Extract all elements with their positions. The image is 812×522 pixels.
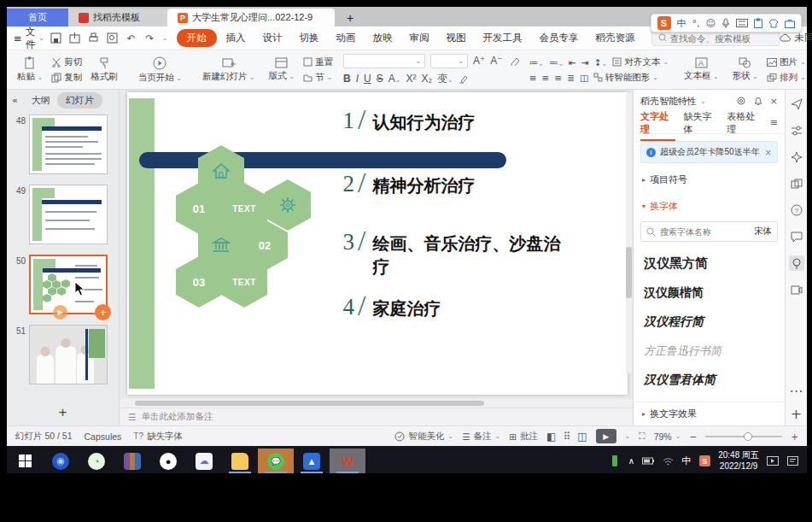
vertical-scrollbar[interactable]: [626, 93, 632, 373]
cut-button[interactable]: 剪切: [51, 56, 82, 68]
strikethrough-button[interactable]: S: [377, 73, 383, 85]
font-option[interactable]: 汉仪黑方简: [644, 249, 774, 279]
notes-bar[interactable]: ☰ 单击此处添加备注: [120, 408, 633, 425]
number-list-button[interactable]: ≕⌄: [549, 57, 564, 67]
slide-thumbnail-49[interactable]: 49: [7, 185, 119, 244]
list-item-3[interactable]: 3 / 绘画、音乐治疗、沙盘治疗: [330, 229, 567, 279]
promo-banner[interactable]: i 超级会员2年卡降50送半年 ×: [640, 141, 778, 163]
tab-template[interactable]: 找稻壳模板: [68, 9, 167, 26]
notification-center-icon[interactable]: [786, 455, 798, 467]
textbox-button[interactable]: A 文本框 ⌄: [679, 52, 724, 87]
ribbon-tab-insert[interactable]: 插入: [219, 29, 254, 47]
sorter-view-icon[interactable]: ⠿: [563, 431, 570, 443]
taskbar-app-cloud[interactable]: ☁: [186, 449, 222, 473]
thumbnail-add-button[interactable]: +: [95, 304, 111, 320]
section-button[interactable]: 节⌄: [303, 72, 333, 84]
list-item-1[interactable]: 1 / 认知行为治疗: [330, 108, 567, 137]
preview-icon[interactable]: [106, 32, 119, 44]
thumbnail-play-button[interactable]: ▶: [53, 305, 67, 320]
ribbon-tab-transition[interactable]: 切换: [292, 29, 327, 47]
zoom-in-icon[interactable]: +: [791, 431, 798, 442]
underline-button[interactable]: U: [364, 73, 371, 85]
export-icon[interactable]: [68, 32, 81, 44]
smart-beautify-button[interactable]: 智能美化⌄: [394, 431, 453, 443]
tab-missing-fonts[interactable]: 缺失字体: [684, 110, 719, 136]
text-effect-button[interactable]: 变⌄: [437, 72, 453, 86]
sogou-logo[interactable]: S: [657, 16, 671, 30]
zoom-slider[interactable]: [705, 436, 782, 437]
chevron-down-icon[interactable]: ⌄: [700, 97, 706, 105]
adjust-sliders-icon[interactable]: [789, 123, 804, 138]
ribbon-tab-docer[interactable]: 稻壳资源: [588, 29, 643, 47]
font-search-input[interactable]: [660, 227, 739, 237]
zoom-out-icon[interactable]: −: [689, 431, 697, 442]
taskbar-app-qq[interactable]: ●: [150, 449, 186, 473]
send-feedback-icon[interactable]: [789, 97, 804, 112]
tab-document[interactable]: P 大学生常见心理问...022-12-9: [167, 9, 335, 26]
taskbar-app-360[interactable]: ◔: [79, 449, 114, 473]
hidden-icons-chevron[interactable]: ∧: [628, 456, 634, 466]
section-text-effects[interactable]: ▸ 换文字效果: [634, 402, 785, 425]
redo-icon[interactable]: ↷: [143, 32, 156, 44]
new-slide-button[interactable]: 新建幻灯片 ⌄: [197, 52, 260, 87]
taskbar-wps[interactable]: W: [330, 449, 365, 473]
close-icon[interactable]: ×: [770, 96, 778, 107]
slides-tab[interactable]: 幻灯片: [57, 92, 102, 109]
shrink-font-button[interactable]: A⁻: [490, 55, 502, 67]
tab-table-processing[interactable]: 表格处理: [727, 110, 762, 136]
video-popup-icon[interactable]: [767, 455, 779, 467]
layers-icon[interactable]: [789, 176, 804, 191]
font-option[interactable]: 汉仪颜楷简: [644, 279, 774, 308]
normal-view-icon[interactable]: ◧: [546, 431, 556, 443]
slide-thumbnail-51[interactable]: 51: [7, 325, 119, 384]
ime-punct-icon[interactable]: °,: [692, 18, 700, 29]
taskbar-clock[interactable]: 20:48 周五 2022/12/9: [718, 450, 759, 472]
ime-indicator[interactable]: 中: [681, 455, 691, 467]
smart-features-lightbulb-icon[interactable]: [789, 255, 804, 271]
missing-font-indicator[interactable]: T? 缺失字体: [133, 431, 183, 443]
horizontal-scrollbar[interactable]: [120, 399, 633, 408]
ribbon-tab-member[interactable]: 会员专享: [532, 29, 587, 47]
banner-close-icon[interactable]: ×: [765, 148, 772, 157]
command-search-input[interactable]: [670, 33, 773, 44]
capsules-label[interactable]: Capsules: [85, 431, 122, 442]
undo-icon[interactable]: ↶: [125, 32, 137, 44]
zoom-level[interactable]: 79%⌄: [654, 431, 681, 442]
justify-button[interactable]: ≣: [567, 73, 575, 83]
list-item-2[interactable]: 2 / 精神分析治疗: [330, 171, 567, 200]
save-icon[interactable]: [50, 32, 62, 44]
font-option[interactable]: 汉仪雪君体简: [644, 366, 774, 395]
bold-button[interactable]: B: [343, 73, 351, 85]
reading-view-icon[interactable]: ◫: [577, 431, 587, 443]
decrease-indent-button[interactable]: ⇤: [569, 57, 576, 67]
ribbon-tab-slideshow[interactable]: 放映: [365, 29, 400, 47]
add-tool-icon[interactable]: +: [791, 406, 802, 422]
keyboard-icon[interactable]: [736, 19, 748, 27]
bell-icon[interactable]: [753, 96, 763, 107]
tab-home[interactable]: 首页: [7, 9, 68, 26]
sogou-tray-icon[interactable]: S: [698, 455, 710, 467]
ribbon-tab-animation[interactable]: 动画: [329, 29, 364, 47]
slide-canvas[interactable]: 01 TEXT 02 03 TEXT 1 /: [120, 90, 633, 399]
font-option[interactable]: 方正金福体: [644, 395, 774, 402]
paste-button[interactable]: 粘贴 ⌄: [12, 52, 48, 87]
columns-button[interactable]: ◫: [580, 73, 588, 83]
clear-format-button[interactable]: [508, 56, 519, 66]
ime-mode-chinese[interactable]: 中: [677, 17, 686, 30]
highlight-button[interactable]: [459, 74, 469, 84]
subscript-button[interactable]: X₂: [421, 73, 432, 85]
scrollbar-thumb[interactable]: [135, 401, 484, 406]
current-font-label[interactable]: 宋体: [754, 226, 772, 238]
clipboard-icon[interactable]: [754, 18, 762, 28]
reset-button[interactable]: 重置: [303, 56, 333, 68]
font-option[interactable]: 方正鲁迅行书简: [644, 337, 774, 366]
slide-thumbnail-50[interactable]: 50: [7, 255, 119, 314]
current-slide[interactable]: 01 TEXT 02 03 TEXT 1 /: [127, 92, 628, 395]
font-option[interactable]: 汉仪程行简: [644, 308, 774, 337]
ribbon-tab-design[interactable]: 设计: [255, 29, 290, 47]
fit-window-icon[interactable]: ⛶: [639, 431, 645, 442]
picture-button[interactable]: 图片⌄: [767, 56, 806, 68]
help-icon[interactable]: ?: [789, 202, 804, 218]
line-spacing-button[interactable]: ↕⌄: [594, 57, 608, 67]
list-item-4[interactable]: 4 / 家庭治疗: [330, 294, 567, 323]
